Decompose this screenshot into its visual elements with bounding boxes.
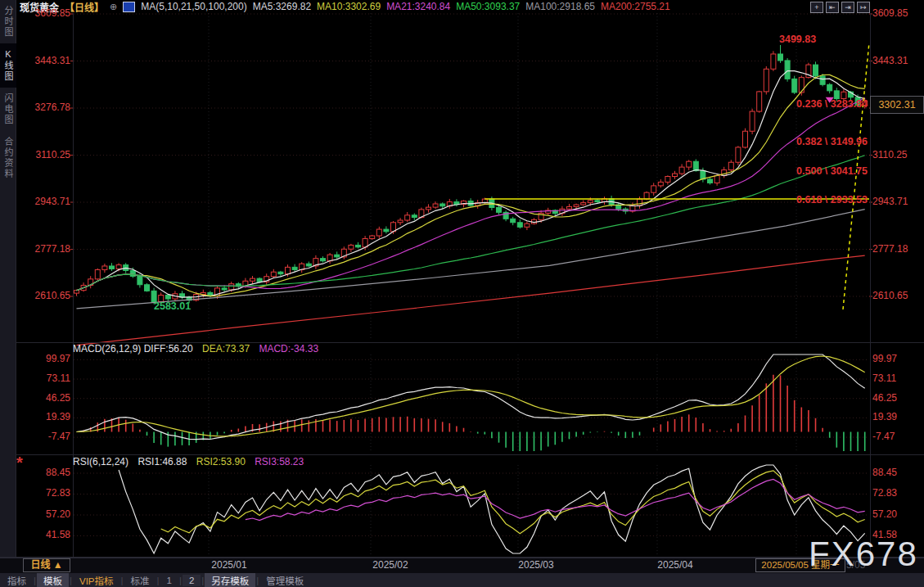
chart-tool-icons: + ⇤ ⇥ ↦ bbox=[810, 2, 870, 13]
sidebar-item-kline[interactable]: K线图 bbox=[0, 43, 16, 88]
pan-icon[interactable]: + bbox=[810, 2, 823, 13]
panel-divider bbox=[0, 454, 924, 455]
toolbar-item-2[interactable]: VIP指标 bbox=[73, 573, 120, 587]
toolbar-separator: | bbox=[179, 576, 182, 585]
mini-chart-icon bbox=[123, 2, 135, 12]
sidebar-item-lightning[interactable]: 闪电图 bbox=[0, 88, 16, 131]
rsi1-value: RSI1:46.88 bbox=[137, 456, 187, 467]
chart-header: 现货黄金 【日线】 ⊕ MA(5,10,21,50,100,200) MA5:3… bbox=[20, 0, 670, 13]
period-tag: 【日线】 bbox=[65, 0, 104, 14]
export-icon[interactable]: ↦ bbox=[857, 2, 870, 13]
fx678-watermark: FX678 bbox=[809, 537, 918, 571]
axis-label: 2777.18 bbox=[20, 244, 70, 255]
sidebar-item-timeshare[interactable]: 分时图 bbox=[0, 0, 16, 43]
rsi2-value: RSI2:53.90 bbox=[196, 456, 246, 467]
axis-label: 41.58 bbox=[20, 530, 70, 540]
date-label-mar: 2025/03 bbox=[512, 559, 561, 571]
trading-app-window: { "header": { "symbol": "现货黄金", "period_… bbox=[0, 0, 924, 587]
toolbar-separator: | bbox=[121, 576, 124, 585]
fib-level-0236: 0.236 \ 3283.84 bbox=[796, 98, 868, 110]
toolbar-item-0[interactable]: 指标 bbox=[1, 573, 33, 587]
toolbar-item-6[interactable]: 另存模板 bbox=[205, 573, 255, 587]
axis-label: 3609.85 bbox=[20, 8, 70, 19]
ma-settings: MA(5,10,21,50,100,200) bbox=[141, 1, 246, 12]
axis-label: 2777.18 bbox=[872, 244, 908, 255]
axis-label: 3110.25 bbox=[20, 150, 70, 160]
macd-header: MACD(26,12,9) DIFF:56.20 DEA:73.37 MACD:… bbox=[73, 343, 325, 354]
sidebar-item-contract-info[interactable]: 合约资料 bbox=[0, 131, 16, 185]
axis-label: 73.11 bbox=[20, 373, 70, 384]
plot-right-border bbox=[870, 13, 871, 557]
axis-label: 99.97 bbox=[20, 354, 70, 364]
toolbar-item-1[interactable]: 模板 bbox=[37, 573, 69, 587]
fib-level-0500: 0.500 \ 3041.75 bbox=[796, 165, 868, 177]
axis-label: 3609.85 bbox=[872, 8, 908, 19]
axis-label: 72.83 bbox=[20, 488, 70, 499]
ma21-value: MA21:3240.84 bbox=[386, 1, 450, 12]
axis-label: 46.25 bbox=[872, 393, 897, 404]
axis-label: 2943.71 bbox=[872, 196, 908, 207]
ma100-value: MA100:2918.65 bbox=[525, 1, 595, 12]
rsi-title: RSI(6,12,24) bbox=[73, 456, 128, 467]
axis-label: 88.45 bbox=[872, 467, 897, 478]
axis-label: 2943.71 bbox=[20, 196, 70, 207]
date-label-apr: 2025/04 bbox=[651, 559, 700, 571]
axis-label: 3276.78 bbox=[20, 102, 70, 113]
toolbar-item-3[interactable]: 标准 bbox=[124, 573, 156, 587]
date-label-feb: 2025/02 bbox=[366, 559, 415, 571]
expand-icon[interactable]: ⊕ bbox=[110, 2, 117, 12]
fib-level-0382: 0.382 \ 3149.96 bbox=[796, 136, 868, 147]
toolbar-separator: | bbox=[201, 576, 204, 585]
left-sidebar: 分时图 K线图 闪电图 合约资料 bbox=[0, 0, 16, 557]
scale-left-icon[interactable]: ⇤ bbox=[826, 2, 839, 13]
axis-label: 19.39 bbox=[20, 412, 70, 422]
ma50-value: MA50:3093.37 bbox=[456, 1, 520, 12]
toolbar-item-4[interactable]: 1 bbox=[160, 575, 178, 586]
ma200-value: MA200:2755.21 bbox=[601, 1, 670, 12]
macd-value: MACD:-34.33 bbox=[259, 343, 318, 354]
bottom-toolbar: 指标|模板|VIP指标|标准|1|2|另存模板|管理模板 bbox=[0, 573, 924, 587]
axis-label: 57.20 bbox=[872, 509, 897, 520]
axis-label: 2610.65 bbox=[20, 291, 70, 301]
ma10-value: MA10:3302.69 bbox=[317, 1, 381, 12]
axis-label: 3110.25 bbox=[872, 150, 908, 160]
toolbar-separator: | bbox=[157, 576, 160, 585]
peak-price-label: 3499.83 bbox=[779, 34, 816, 45]
fib-level-0618: 0.618 \ 2933.53 bbox=[796, 194, 868, 205]
toolbar-separator: | bbox=[34, 576, 36, 585]
axis-label: 3443.31 bbox=[20, 56, 70, 66]
axis-label: 72.83 bbox=[872, 488, 897, 499]
axis-label: 3443.31 bbox=[872, 56, 908, 66]
current-price-badge: 3302.31 bbox=[870, 96, 924, 114]
toolbar-separator: | bbox=[70, 576, 72, 585]
scale-right-icon[interactable]: ⇥ bbox=[841, 2, 854, 13]
macd-dea-value: DEA:73.37 bbox=[202, 343, 250, 354]
ma5-value: MA5:3269.82 bbox=[253, 1, 311, 12]
rsi3-value: RSI3:58.23 bbox=[255, 456, 304, 467]
toolbar-separator: | bbox=[256, 576, 259, 585]
axis-label: -7.47 bbox=[872, 431, 895, 442]
axis-label: 57.20 bbox=[20, 509, 70, 520]
chart-canvas[interactable] bbox=[0, 0, 924, 587]
low-price-label: 2583.01 bbox=[154, 300, 191, 312]
axis-label: 99.97 bbox=[872, 354, 897, 364]
axis-label: 88.45 bbox=[20, 467, 70, 478]
rsi-header: RSI(6,12,24) RSI1:46.88 RSI2:53.90 RSI3:… bbox=[73, 456, 310, 467]
plot-left-border bbox=[73, 13, 74, 557]
date-label-jan: 2025/01 bbox=[205, 559, 254, 571]
toolbar-item-5[interactable]: 2 bbox=[183, 575, 201, 586]
axis-label: 73.11 bbox=[872, 373, 896, 384]
axis-label: 2610.65 bbox=[872, 291, 908, 301]
axis-label: 46.25 bbox=[20, 393, 70, 404]
toolbar-item-7[interactable]: 管理模板 bbox=[259, 573, 310, 587]
period-selector[interactable]: 日线 ▲ bbox=[23, 558, 70, 572]
axis-label: 19.39 bbox=[872, 412, 897, 422]
axis-label: -7.47 bbox=[20, 431, 70, 442]
macd-title-diff: MACD(26,12,9) DIFF:56.20 bbox=[73, 343, 193, 354]
